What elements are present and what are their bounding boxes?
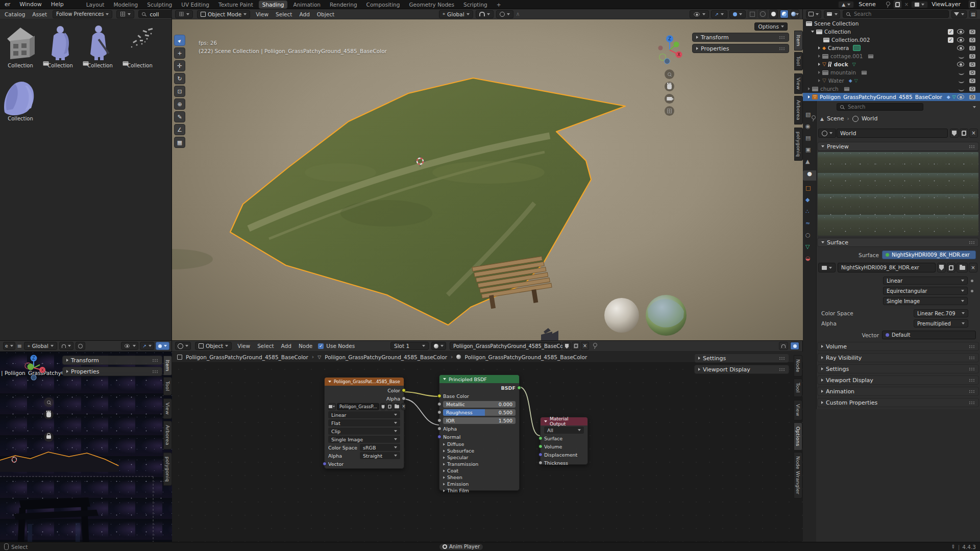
- tab-physics[interactable]: ≈: [805, 220, 810, 227]
- node-image-texture[interactable]: Poliigon_GrassPat...4585_BaseColor.jpg C…: [324, 377, 404, 469]
- node-principled-bsdf[interactable]: Principled BSDF BSDF Base Color Metallic…: [439, 374, 520, 491]
- tool-add-cube[interactable]: ▦: [174, 137, 185, 148]
- select-menu[interactable]: Select: [256, 343, 275, 349]
- bsdf-panel-transmission[interactable]: Transmission: [443, 461, 516, 467]
- mode-dropdown[interactable]: Object Mode: [197, 10, 250, 18]
- tool-move[interactable]: ✛: [174, 60, 185, 71]
- unlink-button[interactable]: ×: [401, 403, 406, 410]
- open-image-button[interactable]: [394, 403, 400, 410]
- bsdf-panel-emission[interactable]: Emission: [443, 481, 516, 487]
- tool-transform[interactable]: ⊕: [174, 98, 185, 110]
- expand-chevron-icon[interactable]: [808, 95, 810, 98]
- animate-dot-icon[interactable]: [971, 280, 973, 282]
- color-space-dropdown[interactable]: Linear Rec.709: [914, 309, 968, 317]
- asset-source-dropdown[interactable]: Follow Preferences: [53, 10, 112, 18]
- material-unlink-button[interactable]: ×: [581, 342, 589, 350]
- asset-item-cottage-collection[interactable]: Collection: [1, 23, 40, 77]
- hidden-eye-icon[interactable]: [959, 79, 964, 83]
- workspace-tab-uv-editing[interactable]: UV Editing: [178, 1, 213, 9]
- image-name-field[interactable]: NightSkyHDRI009_8K_HDR.exr: [838, 263, 936, 272]
- outliner-search-input[interactable]: [853, 11, 901, 17]
- output-node-header[interactable]: Material Output: [541, 417, 587, 425]
- falloff-icon[interactable]: ∧: [516, 11, 520, 17]
- properties-options-chevron-icon[interactable]: [973, 106, 976, 108]
- sidebar-tab-item[interactable]: Item: [163, 356, 172, 375]
- unlink-world-button[interactable]: ×: [969, 129, 978, 138]
- shader-settings-panel-header[interactable]: Settings: [694, 354, 789, 363]
- tab-output[interactable]: ▤: [805, 135, 811, 141]
- outliner-row-scene-collection[interactable]: Scene Collection: [803, 19, 980, 28]
- pin-icon[interactable]: [886, 2, 891, 8]
- collapse-chevron-icon[interactable]: [328, 381, 331, 383]
- gizmo-z-axis[interactable]: Z: [668, 37, 671, 41]
- render-toggle-camera-icon[interactable]: [969, 87, 975, 91]
- world-browse-dropdown[interactable]: [818, 129, 836, 138]
- expand-chevron-icon[interactable]: [818, 46, 820, 49]
- sidebar-tab-view[interactable]: View: [794, 400, 802, 420]
- normal-input-socket[interactable]: [437, 435, 442, 439]
- snap-dropdown[interactable]: [59, 342, 74, 350]
- image-node-header[interactable]: Poliigon_GrassPat...4585_BaseColor.jpg: [325, 378, 404, 386]
- hide-toggle-eye-icon[interactable]: [957, 94, 964, 99]
- secondary-viewport-canvas[interactable]: | Poliigon_GrassPatchyGrou Transform Pro…: [0, 352, 172, 542]
- outliner-row-church[interactable]: church: [803, 85, 980, 93]
- collapse-chevron-icon[interactable]: [544, 420, 547, 422]
- render-toggle-camera-icon[interactable]: [969, 46, 975, 51]
- xray-toggle[interactable]: [748, 10, 756, 18]
- sidebar-tab-polygoniq[interactable]: polygoniq: [163, 453, 172, 486]
- fake-user-button[interactable]: [380, 403, 386, 410]
- mode-dropdown-truncated[interactable]: e: [3, 342, 15, 350]
- volume-input-socket[interactable]: [538, 444, 543, 448]
- transform-orientation-dropdown[interactable]: ⌖ Global: [439, 10, 473, 18]
- bsdf-panel-thin-film[interactable]: Thin Film: [443, 488, 516, 493]
- new-world-button[interactable]: [960, 129, 968, 138]
- outliner-row-grass-ground-selected[interactable]: ▽ Poliigon_GrassPatchyGround_4585_BaseCo…: [803, 93, 980, 101]
- animate-dot-icon[interactable]: [971, 290, 973, 292]
- exclude-checkbox[interactable]: ✓: [948, 37, 953, 43]
- tab-object[interactable]: □: [805, 185, 811, 191]
- workspace-tab-animation[interactable]: Animation: [289, 1, 324, 9]
- bsdf-panel-diffuse[interactable]: Diffuse: [443, 441, 516, 447]
- exclude-checkbox[interactable]: ✓: [948, 29, 953, 35]
- outliner-row-collection[interactable]: Collection ✓: [803, 28, 980, 36]
- expand-chevron-icon[interactable]: [818, 63, 820, 66]
- new-collection-button[interactable]: ▤: [969, 10, 977, 18]
- shader-viewport-display-panel-header[interactable]: Viewport Display: [694, 365, 789, 374]
- tool-select-box[interactable]: ▸: [174, 35, 185, 46]
- hidden-eye-icon[interactable]: [959, 54, 964, 59]
- shader-type-dropdown[interactable]: Object: [195, 342, 232, 350]
- image-fake-user-button[interactable]: [937, 263, 946, 272]
- alpha-dropdown[interactable]: Straight: [360, 452, 400, 459]
- tab-data[interactable]: ▽: [805, 243, 810, 250]
- outliner-display-mode-dropdown[interactable]: [806, 10, 821, 18]
- interpolation-dropdown[interactable]: Linear: [883, 277, 968, 285]
- viewlayer-copy-button[interactable]: [968, 0, 977, 9]
- target-dropdown[interactable]: All: [544, 427, 584, 434]
- object-menu[interactable]: Object: [315, 11, 336, 17]
- menu-window[interactable]: Window: [18, 1, 43, 8]
- hide-toggle-eye-icon[interactable]: [957, 45, 964, 51]
- animation-panel-header[interactable]: Animation: [817, 387, 979, 396]
- tool-cursor[interactable]: +: [174, 47, 185, 59]
- proportional-editing-dropdown[interactable]: [496, 10, 513, 18]
- tool-measure[interactable]: ∠: [174, 124, 185, 135]
- table-silhouette-object[interactable]: [14, 497, 99, 542]
- color-space-dropdown[interactable]: sRGB: [360, 444, 400, 451]
- asset-item-knight-collection[interactable]: Collection: [41, 23, 80, 77]
- shading-rendered-button[interactable]: [791, 10, 799, 18]
- scene-unlink-icon[interactable]: ×: [904, 2, 909, 7]
- surface-shader-field[interactable]: NightSkyHDRI009_8K_HDR.exr: [882, 251, 976, 259]
- outliner-row-mountain[interactable]: mountain: [803, 68, 980, 77]
- slot-dropdown[interactable]: Slot 1: [390, 342, 429, 350]
- properties-search-field[interactable]: [837, 103, 923, 111]
- sidebar-tab-view[interactable]: View: [794, 73, 803, 94]
- volume-panel-header[interactable]: Volume: [817, 342, 979, 351]
- show-gizmo-dropdown[interactable]: [121, 342, 138, 350]
- lock-view-button[interactable]: [44, 432, 54, 442]
- vector-input-socket[interactable]: [323, 462, 327, 466]
- overlays-dropdown-active[interactable]: [156, 342, 169, 350]
- node-material-output[interactable]: Material Output All Surface Volume Displ…: [540, 417, 588, 465]
- breadcrumb-mesh[interactable]: Poliigon_GrassPatchyGround_4585_BaseColo…: [325, 354, 447, 360]
- tab-constraints[interactable]: ○: [805, 232, 811, 238]
- ray-visibility-panel-header[interactable]: Ray Visibility: [817, 353, 979, 362]
